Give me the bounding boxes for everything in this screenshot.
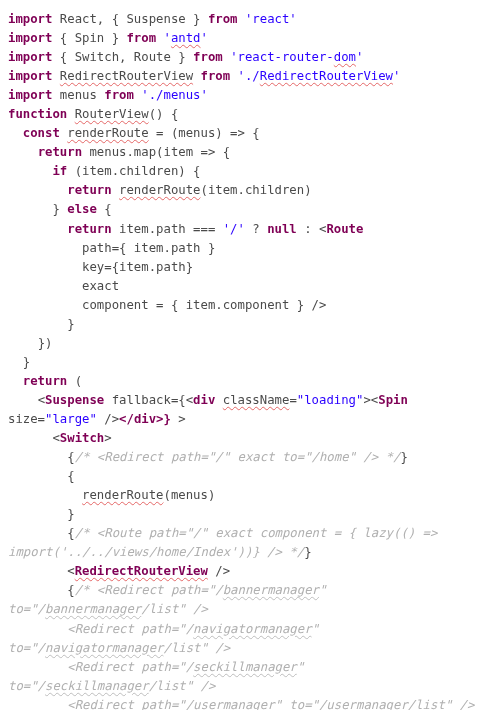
code-token: Switch bbox=[60, 431, 104, 445]
code-token: Suspense bbox=[45, 393, 104, 407]
code-token: seckillmanager bbox=[193, 660, 297, 674]
code-token: import bbox=[8, 69, 60, 83]
code-token: () { bbox=[149, 107, 179, 121]
code-token: bannermanager bbox=[223, 583, 319, 597]
code-token: div bbox=[193, 393, 215, 407]
code-line: <Suspense fallback={<div className="load… bbox=[8, 393, 415, 426]
code-token: 'react' bbox=[245, 12, 297, 26]
code-token: "loading" bbox=[297, 393, 364, 407]
code-token: navigatormanager bbox=[45, 641, 163, 655]
code-token: menus.map(item => { bbox=[89, 145, 230, 159]
code-line: return menus.map(item => { bbox=[8, 145, 230, 159]
code-line: {/* <Route path="/" exact component = { … bbox=[8, 526, 445, 559]
code-token: from bbox=[208, 12, 245, 26]
code-token: './menus' bbox=[141, 88, 208, 102]
code-token: { Switch, Route } bbox=[60, 50, 193, 64]
code-line: key={item.path} bbox=[8, 260, 193, 274]
code-line: if (item.children) { bbox=[8, 164, 201, 178]
code-token: renderRoute bbox=[67, 126, 148, 140]
code-token: menus bbox=[60, 88, 104, 102]
code-line: <RedirectRouterView /> bbox=[8, 564, 230, 578]
code-token: seckillmanager bbox=[45, 679, 149, 693]
code-token: return bbox=[38, 145, 90, 159]
code-token: from bbox=[126, 31, 163, 45]
code-token: return bbox=[67, 183, 119, 197]
code-token: const bbox=[23, 126, 67, 140]
code-line: import React, { Suspense } from 'react' bbox=[8, 12, 297, 26]
code-line: <Switch> bbox=[8, 431, 112, 445]
code-token: renderRoute bbox=[82, 488, 163, 502]
code-token: null bbox=[267, 222, 297, 236]
code-token: >< bbox=[363, 393, 378, 407]
code-token: } bbox=[23, 355, 30, 369]
code-line: }) bbox=[8, 336, 52, 350]
code-token: ? bbox=[245, 222, 267, 236]
code-token: }) bbox=[38, 336, 53, 350]
code-token: RedirectRouterView bbox=[60, 69, 193, 83]
code-token: { bbox=[67, 450, 74, 464]
code-token: (item.children) bbox=[201, 183, 312, 197]
code-token: ' bbox=[164, 31, 171, 45]
code-token: } bbox=[52, 202, 67, 216]
code-line: <Redirect path="/usermanager" to="/userm… bbox=[8, 698, 482, 710]
code-token: (menus) bbox=[163, 488, 215, 502]
code-line: } bbox=[8, 317, 75, 331]
code-token: import bbox=[8, 50, 60, 64]
code-line: <Redirect path="/navigatormanager" to="/… bbox=[8, 622, 326, 655]
code-token: } bbox=[67, 317, 74, 331]
code-line: renderRoute(menus) bbox=[8, 488, 215, 502]
code-token: RouterView bbox=[75, 107, 149, 121]
code-token: navigatormanager bbox=[193, 622, 311, 636]
code-token: /list" /> bbox=[149, 679, 216, 693]
code-token: " to="/ bbox=[275, 698, 327, 710]
code-token: className bbox=[223, 393, 290, 407]
code-token: /* <Redirect path="/ bbox=[75, 583, 223, 597]
code-token: bannermanager bbox=[45, 602, 141, 616]
code-token: usermanager bbox=[326, 698, 407, 710]
code-token: ' bbox=[201, 31, 208, 45]
code-token: import bbox=[8, 88, 60, 102]
code-token: React, { Suspense } bbox=[60, 12, 208, 26]
code-token: from bbox=[193, 50, 230, 64]
code-token: ' bbox=[356, 50, 363, 64]
code-token: antd bbox=[171, 31, 201, 45]
code-token: Route bbox=[326, 222, 363, 236]
code-token: Spin bbox=[378, 393, 408, 407]
code-line: import menus from './menus' bbox=[8, 88, 208, 102]
code-token: path={ item.path } bbox=[82, 241, 215, 255]
code-token: > bbox=[104, 431, 111, 445]
code-line: import { Spin } from 'antd' bbox=[8, 31, 208, 45]
code-line: <Redirect path="/seckillmanager" to="/se… bbox=[8, 660, 312, 693]
code-token: = (menus) => { bbox=[149, 126, 260, 140]
code-token: : < bbox=[297, 222, 327, 236]
code-token bbox=[215, 393, 222, 407]
code-token: /list" /> bbox=[141, 602, 208, 616]
code-line: import { Switch, Route } from 'react-rou… bbox=[8, 50, 363, 64]
code-line: { bbox=[8, 469, 75, 483]
code-token: <Redirect path="/ bbox=[67, 660, 193, 674]
code-token: } bbox=[304, 545, 311, 559]
code-token: /> bbox=[97, 412, 119, 426]
code-token: ' bbox=[393, 69, 400, 83]
code-token: 'react-router- bbox=[230, 50, 334, 64]
code-token: dom bbox=[334, 50, 356, 64]
code-token: >} bbox=[156, 412, 178, 426]
code-line: component = { item.component } /> bbox=[8, 298, 326, 312]
code-token: return bbox=[67, 222, 119, 236]
code-token: <Redirect path="/ bbox=[67, 622, 193, 636]
code-token: RedirectRouterView bbox=[260, 69, 393, 83]
code-token: { bbox=[67, 583, 74, 597]
code-token: = bbox=[289, 393, 296, 407]
code-line: import RedirectRouterView from './Redire… bbox=[8, 69, 400, 83]
code-line: exact bbox=[8, 279, 119, 293]
code-token: div bbox=[134, 412, 156, 426]
code-line: const renderRoute = (menus) => { bbox=[8, 126, 260, 140]
code-token: import bbox=[8, 31, 60, 45]
code-token: "large" bbox=[45, 412, 97, 426]
code-line: {/* <Redirect path="/bannermanager" to="… bbox=[8, 583, 334, 616]
code-token: } bbox=[400, 450, 407, 464]
code-token: (item.children) { bbox=[75, 164, 201, 178]
code-token: return bbox=[23, 374, 75, 388]
code-token: from bbox=[201, 69, 238, 83]
code-token: function bbox=[8, 107, 75, 121]
